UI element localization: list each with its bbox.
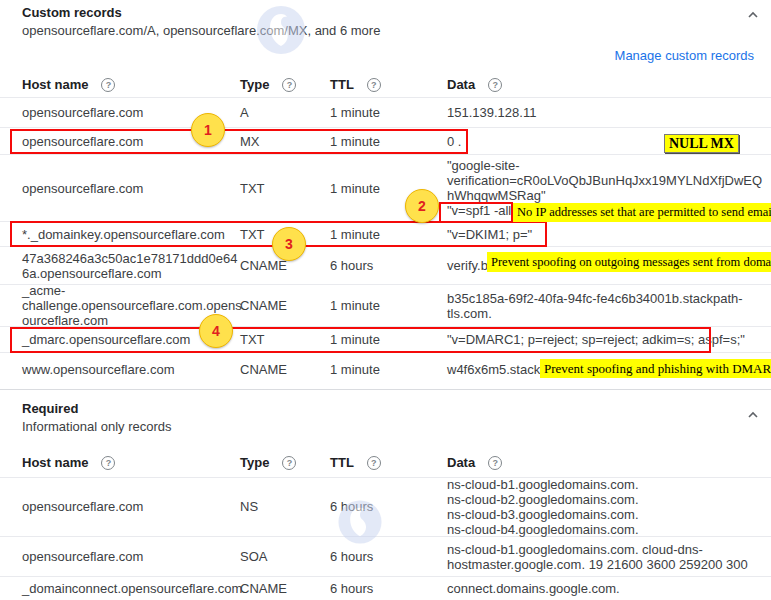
help-icon[interactable]: ? (282, 78, 296, 92)
data-cell: 151.139.128.11 (447, 97, 765, 127)
col-type: Type (240, 455, 269, 470)
ttl-cell: 1 minute (330, 285, 436, 326)
type-cell: SOA (240, 537, 325, 576)
col-type: Type (240, 77, 269, 92)
ttl-cell: 6 hours (330, 577, 436, 600)
host-name-cell: 47a368246a3c50ac1e78171ddd0e646a.opensou… (22, 247, 244, 284)
table-row: _acme-challenge.opensourceflare.com.open… (0, 285, 771, 327)
table-row: _domainconnect.opensourceflare.com CNAME… (0, 577, 771, 600)
type-cell: MX (240, 128, 325, 154)
host-name-cell: _domainconnect.opensourceflare.com (22, 577, 244, 600)
type-cell: CNAME (240, 285, 325, 326)
help-icon[interactable]: ? (282, 456, 296, 470)
help-icon[interactable]: ? (101, 456, 115, 470)
highlight-spf-note: No IP addresses set that are permitted t… (513, 203, 771, 222)
ttl-cell: 1 minute (330, 353, 436, 385)
collapse-custom-records-icon[interactable] (746, 8, 760, 22)
col-ttl: TTL (330, 77, 354, 92)
custom-table-header: Host name? Type? TTL? Data? (0, 72, 771, 97)
type-cell: A (240, 97, 325, 127)
ttl-cell: 6 hours (330, 477, 436, 536)
callout-3: 3 (272, 227, 306, 261)
required-subtitle: Informational only records (22, 419, 172, 434)
type-cell: NS (240, 477, 325, 536)
table-row: opensourceflare.com SOA 6 hours ns-cloud… (0, 537, 771, 577)
help-icon[interactable]: ? (367, 456, 381, 470)
type-cell: CNAME (240, 577, 325, 600)
data-cell: "v=DKIM1; p=" (447, 222, 765, 246)
custom-records-title: Custom records (22, 5, 122, 20)
help-icon[interactable]: ? (101, 78, 115, 92)
manage-custom-records-link[interactable]: Manage custom records (615, 48, 754, 63)
highlight-null-mx: NULL MX (664, 134, 739, 153)
required-table-header: Host name? Type? TTL? Data? (0, 448, 771, 477)
host-name-cell: *._domainkey.opensourceflare.com (22, 222, 244, 246)
host-name-cell: opensourceflare.com (22, 537, 244, 576)
table-row: opensourceflare.com NS 6 hours ns-cloud-… (0, 477, 771, 537)
custom-records-subtitle: opensourceflare.com/A, opensourceflare.c… (22, 23, 380, 38)
host-name-cell: www.opensourceflare.com (22, 353, 244, 385)
callout-2: 2 (405, 189, 439, 223)
type-cell: TXT (240, 327, 325, 352)
ttl-cell: 1 minute (330, 128, 436, 154)
col-host-name: Host name (22, 77, 88, 92)
callout-4: 4 (199, 314, 233, 348)
highlight-dmarc-note: Prevent spoofing and phishing with DMARC (540, 359, 771, 378)
data-cell: ns-cloud-b1.googledomains.com. ns-cloud-… (447, 477, 765, 536)
help-icon[interactable]: ? (367, 78, 381, 92)
collapse-required-icon[interactable] (746, 408, 760, 422)
table-row: opensourceflare.com A 1 minute 151.139.1… (0, 97, 771, 128)
data-cell: "v=DMARC1; p=reject; sp=reject; adkim=s;… (447, 327, 765, 352)
help-icon[interactable]: ? (488, 456, 502, 470)
required-title: Required (22, 401, 78, 416)
ttl-cell: 1 minute (330, 222, 436, 246)
table-row: *._domainkey.opensourceflare.com TXT 1 m… (0, 222, 771, 247)
type-cell: TXT (240, 155, 325, 221)
ttl-cell: 1 minute (330, 327, 436, 352)
host-name-cell: opensourceflare.com (22, 477, 244, 536)
ttl-cell: 1 minute (330, 97, 436, 127)
ttl-cell: 6 hours (330, 537, 436, 576)
data-cell: connect.domains.google.com. (447, 577, 765, 600)
data-cell: ns-cloud-b1.googledomains.com. cloud-dns… (447, 537, 765, 576)
callout-1: 1 (191, 113, 225, 147)
col-data: Data (447, 77, 475, 92)
type-cell: CNAME (240, 353, 325, 385)
col-host-name: Host name (22, 455, 88, 470)
table-row: _dmarc.opensourceflare.com TXT 1 minute … (0, 327, 771, 353)
col-data: Data (447, 455, 475, 470)
ttl-cell: 6 hours (330, 247, 436, 284)
host-name-cell: opensourceflare.com (22, 155, 244, 221)
data-cell: b35c185a-69f2-40fa-94fc-fe4c6b34001b.sta… (447, 285, 765, 326)
help-icon[interactable]: ? (488, 78, 502, 92)
table-row: opensourceflare.com MX 1 minute 0 . (0, 128, 771, 155)
highlight-dkim-note: Prevent spoofing on outgoing messages se… (487, 252, 771, 272)
col-ttl: TTL (330, 455, 354, 470)
